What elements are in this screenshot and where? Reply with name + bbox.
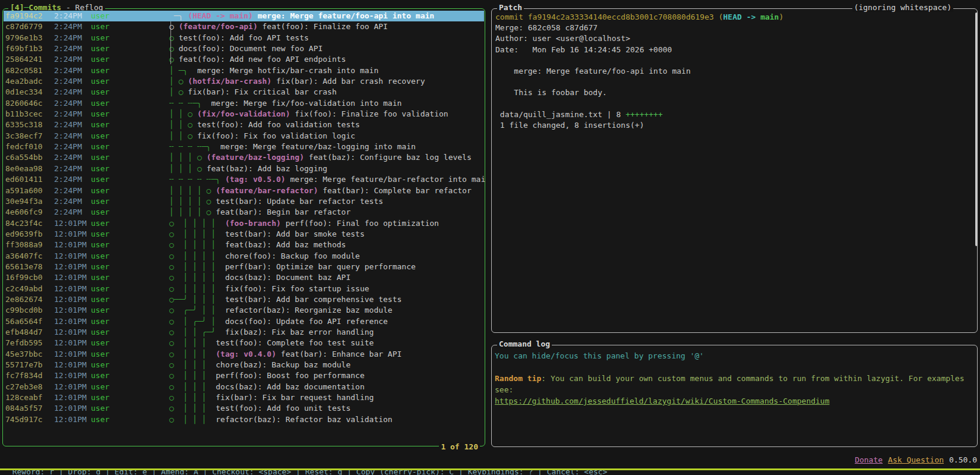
commit-row[interactable]: b11b3cec2:24PMuser│ │ ○ (fix/foo-validat… — [4, 109, 484, 119]
commit-time: 12:01PM — [54, 305, 87, 316]
text-line: This is foobar body. — [495, 87, 971, 98]
commit-row[interactable]: 4ea2badc2:24PMuser│ ○ (hotfix/bar-crash)… — [4, 76, 484, 87]
commit-hash: 16f99cb0 — [5, 272, 43, 283]
commit-row[interactable]: 45e37bbc12:01PMuser○ │ │ │ (tag: v0.4.0)… — [4, 349, 484, 360]
commit-author: user — [91, 43, 109, 54]
commit-row[interactable]: a36407fc12:01PMuser○ │ │ │ │ chore(foo):… — [4, 251, 484, 262]
commit-row[interactable]: c87d67792:24PMuser○ (feature/foo-api) fe… — [4, 21, 484, 32]
commit-author: user — [91, 141, 109, 152]
commit-row[interactable]: 9796e1b32:24PMuser○ test(foo): Add foo A… — [4, 33, 484, 43]
branch-ref: (foo-branch) — [225, 219, 281, 228]
commit-row[interactable]: ff3088a912:01PMuser○ │ │ │ │ feat(baz): … — [4, 240, 484, 250]
commit-row[interactable]: 4e606fc92:24PMuser│ │ │ │ ○ feat(bar): B… — [4, 207, 484, 218]
commit-row[interactable]: a591a6002:24PMuser│ │ │ │ ○ (feature/bar… — [4, 185, 484, 196]
commit-message: merge: Merge feature/foo-api into main — [253, 11, 434, 20]
graph-glyphs: ○ │ │ │ — [169, 371, 216, 380]
commit-row[interactable]: c27eb3e812:01PMuser○ │ │ │ docs(baz): Ad… — [4, 382, 484, 392]
ask-question-link[interactable]: Ask Question — [888, 455, 944, 464]
graph-glyphs: ○ │ │ │ │ — [169, 240, 225, 249]
command-log-panel: Command log You can hide/focus this pane… — [491, 345, 978, 447]
commit-author: user — [91, 109, 109, 119]
commit-graph-message: ○ │ │ │ │ feat(baz): Add baz methods — [169, 240, 346, 250]
commit-row[interactable]: 8260646c2:24PMuser╌ ╌ ╌─╮ merge: Merge f… — [4, 98, 484, 109]
wiki-link[interactable]: https://github.com/jesseduffield/lazygit… — [495, 397, 830, 405]
branch-ref: (feature/foo-api) — [179, 22, 258, 31]
commit-row[interactable]: 258642412:24PMuser○ feat(foo): Add new f… — [4, 54, 484, 65]
commit-row[interactable]: c6a554bb2:24PMuser│ │ │ ○ (feature/baz-l… — [4, 152, 484, 163]
commit-time: 12:01PM — [54, 414, 87, 425]
commit-author: user — [91, 174, 109, 185]
text-segment: commit fa9194c2a33334140eccd8b3001c70808… — [495, 12, 723, 21]
commit-message: perf(foo): Boost foo performance — [216, 371, 364, 380]
commit-author: user — [91, 218, 109, 229]
text-segment: You can hide/focus this panel by pressin… — [495, 351, 704, 360]
commit-graph-message: ○ test(foo): Add foo API tests — [169, 33, 309, 43]
commit-row[interactable]: 6335c3182:24PMuser│ │ ○ test(foo): Add f… — [4, 119, 484, 130]
commit-graph-message: ╌ ╌ ╌ ╌ ╌─╮ (tag: v0.5.0) merge: Merge f… — [169, 174, 485, 185]
graph-glyphs: ○ │ │ │ — [169, 350, 216, 358]
commit-hash: 84c23f4c — [5, 218, 43, 229]
commit-row[interactable]: fedcf0102:24PMuser╌ ╌ ╌ ╌─╮ merge: Merge… — [4, 141, 484, 152]
commit-row[interactable]: ed9639fb12:01PMuser○ │ │ │ │ test(bar): … — [4, 229, 484, 240]
commit-row[interactable]: 30e94f3a2:24PMuser│ │ │ │ ○ test(bar): U… — [4, 196, 484, 207]
commit-hash: 0d1ec334 — [5, 87, 43, 97]
commit-row[interactable]: c99bcd0b12:01PMuser○ ╭─╯ │ │ refactor(ba… — [4, 305, 484, 316]
commit-row[interactable]: 84c23f4c12:01PMuser○ │ │ │ │ (foo-branch… — [4, 218, 484, 229]
text-segment: Merge: 682c058 c87d677 — [495, 23, 598, 32]
commit-row[interactable]: 2e86267412:01PMuser○──╯ │ │ │ test(bar):… — [4, 294, 484, 305]
graph-glyphs: ○ │ │ │ — [169, 415, 216, 424]
commit-message: feat(bar): Enhance bar API — [276, 350, 402, 358]
commit-row[interactable]: 128ceabf12:01PMuser○ │ │ │ fix(bar): Fix… — [4, 392, 484, 403]
commit-row[interactable]: 65613e7812:01PMuser○ │ │ │ │ perf(bar): … — [4, 262, 484, 272]
commit-author: user — [91, 251, 109, 262]
commit-message: test(bar): Update bar refactor tests — [216, 197, 383, 206]
commit-author: user — [91, 87, 109, 97]
commit-author: user — [91, 272, 109, 283]
commit-row[interactable]: c2c49abd12:01PMuser○ │ │ │ │ fix(foo): F… — [4, 284, 484, 294]
donate-link[interactable]: Donate — [855, 455, 883, 464]
commit-time: 2:24PM — [54, 98, 82, 109]
commit-row[interactable]: 16f99cb012:01PMuser○ │ │ │ │ docs(baz): … — [4, 272, 484, 283]
commit-message: fix(bar): Fix bar request handling — [216, 393, 374, 402]
commit-row[interactable]: 56a6564f12:01PMuser○ │ ╭─╯ │ docs(foo): … — [4, 316, 484, 327]
commit-row[interactable]: 55717e7b12:01PMuser○ │ │ │ chore(baz): B… — [4, 360, 484, 370]
commit-row[interactable]: fc7f834d12:01PMuser○ │ │ │ perf(foo): Bo… — [4, 370, 484, 381]
commit-row[interactable]: 745d917c12:01PMuser○ │ │ │ refactor(baz)… — [4, 414, 484, 425]
commit-row[interactable]: 0d1ec3342:24PMuser│ ○ fix(bar): Fix crit… — [4, 87, 484, 97]
commit-row[interactable]: ed6014112:24PMuser╌ ╌ ╌ ╌ ╌─╮ (tag: v0.5… — [4, 174, 484, 185]
commit-graph-message: ○ ╭─╯ │ │ refactor(baz): Reorganize baz … — [169, 305, 393, 316]
commit-message: perf(foo): Final foo optimization — [281, 219, 439, 228]
text-segment: data/quill_jasmine.txt | 8 — [495, 110, 625, 119]
commit-hash: c27eb3e8 — [5, 382, 43, 392]
commit-row[interactable]: 3c38ecf72:24PMuser│ │ ○ fix(foo): Fix fo… — [4, 131, 484, 141]
commit-graph-message: ○ (feature/foo-api) feat(foo): Finalize … — [169, 21, 388, 32]
commit-row[interactable]: f69bf1b32:24PMuser○ docs(foo): Document … — [4, 43, 484, 54]
commit-author: user — [91, 240, 109, 250]
commit-hash: 9796e1b3 — [5, 33, 43, 43]
graph-glyphs: │ │ ○ — [169, 120, 197, 129]
commit-message: merge: Merge hotfix/bar-crash into main — [192, 66, 378, 75]
commit-row[interactable]: 682c05812:24PMuser│ ─╮ merge: Merge hotf… — [4, 65, 484, 76]
patch-scrollbar[interactable] — [975, 12, 978, 246]
text-line: Date: Mon Feb 16 14:24:45 2026 +0000 — [495, 45, 971, 55]
commit-author: user — [91, 33, 109, 43]
branch-ref: (tag: v0.5.0) — [225, 175, 286, 184]
branch-ref: (hotfix/bar-crash) — [188, 77, 271, 86]
commit-author: user — [91, 305, 109, 316]
commit-graph-message: ○ │ ╭─╯ │ docs(foo): Update foo API refe… — [169, 316, 388, 327]
commit-hash: 084a5f57 — [5, 403, 43, 414]
commit-message: docs(foo): Update foo API reference — [225, 317, 388, 326]
commit-author: user — [91, 196, 109, 207]
graph-glyphs: ○ │ │ │ — [169, 382, 216, 391]
commit-hash: 2e862674 — [5, 294, 43, 305]
commit-row[interactable]: 8e0eaa982:24PMuser│ │ │ ○ feat(baz): Add… — [4, 163, 484, 174]
commit-row[interactable]: 7efdb59512:01PMuser○ │ │ │ test(foo): Co… — [4, 338, 484, 348]
commit-row[interactable]: 084a5f5712:01PMuser○ │ │ │ test(foo): Ad… — [4, 403, 484, 414]
commit-row[interactable]: efb484d712:01PMuser○ │ │ ╭─╯ fix(baz): F… — [4, 327, 484, 338]
commit-time: 12:01PM — [54, 229, 87, 240]
commit-message: chore(baz): Backup baz module — [216, 360, 350, 369]
text-line: Merge: 682c058 c87d677 — [495, 23, 971, 33]
commit-time: 2:24PM — [54, 76, 82, 87]
commit-row[interactable]: fa9194c22:24PMuser ─╮ (HEAD -> main) mer… — [4, 11, 484, 21]
graph-glyphs: │ │ │ ○ — [169, 153, 207, 162]
